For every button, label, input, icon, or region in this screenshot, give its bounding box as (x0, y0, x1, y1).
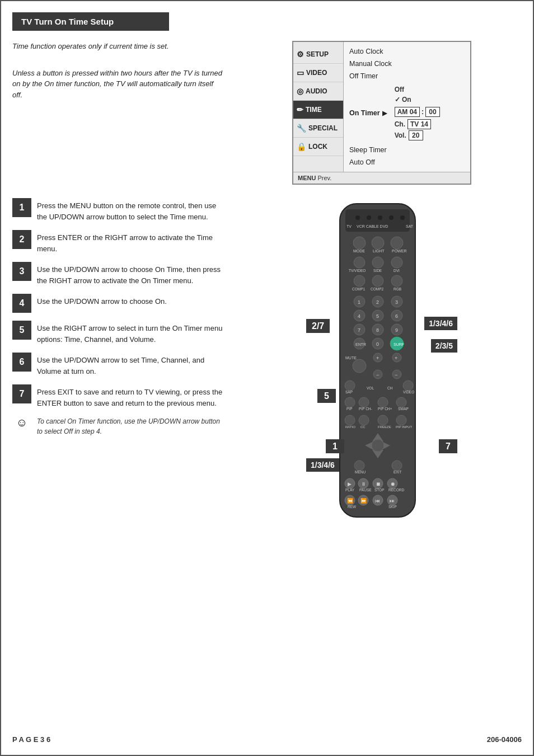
svg-point-64 (345, 381, 355, 391)
lock-icon: 🔒 (297, 142, 306, 151)
svg-point-53 (353, 359, 366, 373)
svg-point-88 (372, 439, 384, 452)
svg-point-78 (359, 415, 369, 425)
step-text-1: Press the MENU button on the remote cont… (37, 198, 225, 222)
intro-line2: Unless a button is pressed within two ho… (12, 68, 225, 101)
time-inputs: AM 04 : 00 (395, 107, 440, 117)
left-intro: Time function operates only if current t… (12, 41, 225, 185)
sidebar-setup-label: SETUP (306, 50, 329, 58)
svg-text:ENTR: ENTR (355, 342, 366, 346)
sidebar-item-video: ▭ VIDEO (293, 64, 343, 82)
sidebar-special-label: SPECIAL (308, 124, 338, 132)
step-number-6: 6 (12, 353, 31, 372)
label-7-right: 7 (439, 442, 457, 452)
tv-footer: MENU Prev. (293, 172, 470, 184)
svg-text:−: − (395, 372, 397, 378)
right-menu: ⚙ SETUP ▭ VIDEO ◎ AUDIO ✏ (242, 41, 522, 185)
svg-text:RATIO: RATIO (345, 425, 355, 429)
svg-text:VCR CABLE DVD: VCR CABLE DVD (357, 224, 388, 228)
top-section: Time function operates only if current t… (12, 41, 522, 185)
sidebar-item-audio: ◎ AUDIO (293, 82, 343, 101)
step-number-1: 1 (12, 198, 31, 217)
footer-code: 206-04006 (487, 735, 522, 744)
svg-point-20 (391, 257, 402, 268)
svg-point-14 (391, 237, 403, 249)
svg-text:⏹: ⏹ (376, 481, 381, 487)
svg-point-5 (389, 215, 394, 220)
svg-text:⏮: ⏮ (375, 498, 380, 504)
step-number-5: 5 (12, 321, 31, 340)
tv-menu: ⚙ SETUP ▭ VIDEO ◎ AUDIO ✏ (292, 41, 471, 185)
svg-text:VIDEO: VIDEO (403, 390, 414, 394)
audio-icon: ◎ (297, 87, 303, 96)
svg-text:−: − (376, 372, 379, 378)
svg-text:⏺: ⏺ (390, 481, 395, 487)
label-2-7: 2/7 (306, 321, 330, 331)
svg-text:5: 5 (376, 313, 379, 319)
vol-row: Vol. 20 (395, 130, 440, 140)
svg-text:POWER: POWER (392, 249, 406, 253)
svg-text:⏪: ⏪ (347, 497, 354, 504)
note-text: To cancel On Timer function, use the UP/… (37, 416, 225, 436)
svg-point-80 (378, 415, 388, 425)
step-row-6: 6 Use the UP/DOWN arrow to set Time, Cha… (12, 353, 225, 377)
svg-text:PIP CH+: PIP CH+ (378, 407, 392, 411)
svg-point-68 (345, 397, 355, 407)
svg-text:0: 0 (376, 341, 379, 347)
note-row: ☺ To cancel On Timer function, use the U… (12, 416, 225, 436)
svg-point-76 (345, 415, 355, 425)
tv-submenu: Off On AM 04 : 00 (395, 84, 440, 142)
svg-text:FREEZE: FREEZE (378, 425, 391, 429)
step-row-2: 2 Press ENTER or the RIGHT arrow to acti… (12, 230, 225, 254)
svg-text:COMP2: COMP2 (371, 287, 384, 291)
svg-text:⏸: ⏸ (361, 481, 366, 487)
step-number-2: 2 (12, 230, 31, 249)
video-icon: ▭ (297, 68, 304, 77)
svg-point-70 (359, 397, 369, 407)
step-row-3: 3 Use the UP/DOWN arrow to choose On Tim… (12, 262, 225, 286)
svg-point-26 (391, 275, 402, 287)
svg-text:2: 2 (376, 299, 379, 305)
vol-label: Vol. (395, 132, 406, 139)
menu-auto-off: Auto Off (349, 156, 465, 168)
time-colon: : (421, 108, 424, 116)
page-header: TV Turn On Time Setup (12, 12, 169, 31)
intro-line1: Time function operates only if current t… (12, 41, 225, 52)
svg-text:PLAY: PLAY (345, 488, 355, 492)
svg-text:+: + (376, 355, 379, 361)
step-text-6: Use the UP/DOWN arrow to set Time, Chann… (37, 353, 225, 377)
page-container: TV Turn On Time Setup Time function oper… (0, 0, 534, 756)
svg-point-2 (355, 215, 360, 220)
svg-text:SAT: SAT (406, 224, 414, 228)
submenu-on: On (395, 95, 440, 105)
svg-text:REW: REW (348, 505, 357, 509)
label-136-bottom: 1/3/4/6 (306, 460, 339, 470)
step-text-7: Press EXIT to save and return to TV view… (37, 384, 225, 408)
svg-text:6: 6 (395, 313, 398, 319)
svg-text:3: 3 (395, 299, 398, 305)
svg-point-72 (378, 397, 388, 407)
submenu-off: Off (395, 84, 440, 95)
ch-value-box: TV 14 (407, 119, 431, 129)
svg-text:9: 9 (395, 327, 398, 333)
svg-text:SURF: SURF (394, 342, 404, 346)
step-row-4: 4 Use the UP/DOWN arrow to choose On. (12, 294, 225, 313)
svg-text:+: + (395, 355, 397, 361)
svg-rect-1 (345, 209, 410, 232)
sidebar-lock-label: LOCK (308, 143, 327, 151)
svg-text:PIP: PIP (346, 407, 352, 411)
step-row-7: 7 Press EXIT to save and return to TV vi… (12, 384, 225, 408)
svg-text:TV: TV (346, 224, 352, 228)
svg-text:7: 7 (358, 327, 360, 333)
svg-text:▶: ▶ (348, 481, 352, 487)
sidebar-item-setup: ⚙ SETUP (293, 45, 343, 64)
sidebar-item-lock: 🔒 LOCK (293, 138, 343, 156)
svg-text:⏭: ⏭ (390, 498, 395, 504)
special-icon: 🔧 (297, 124, 306, 133)
svg-text:EXIT: EXIT (394, 470, 401, 474)
step-number-3: 3 (12, 262, 31, 281)
svg-point-10 (353, 237, 366, 249)
step-text-5: Use the RIGHT arrow to select in turn th… (37, 321, 225, 345)
svg-point-3 (367, 215, 371, 220)
svg-point-6 (400, 215, 405, 220)
